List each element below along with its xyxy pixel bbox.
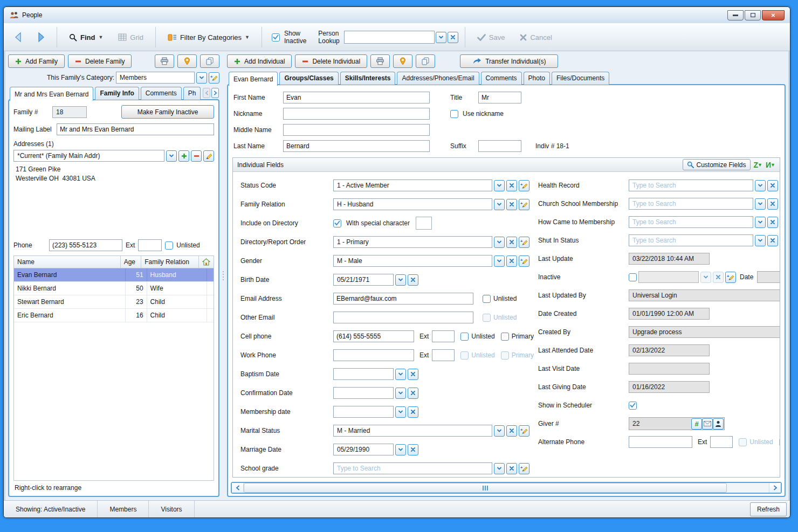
family-table-header-family-relation[interactable]: Family Relation (141, 256, 199, 268)
field-marriage-date-clear-button[interactable] (408, 444, 418, 455)
field-school-grade-clear-button[interactable] (506, 463, 517, 474)
field-inactive-edit-button[interactable]: + (725, 272, 736, 283)
scrollbar-track[interactable] (244, 483, 769, 493)
maximize-button[interactable] (745, 10, 761, 20)
family-member-row-nikki-bernard[interactable]: Nikki Bernard50Wife (14, 282, 214, 295)
field-how-came-to-membership-value[interactable]: Type to Search (629, 216, 753, 228)
map-family-button[interactable] (177, 54, 197, 68)
field-school-grade-dropdown-button[interactable] (494, 463, 505, 474)
field-birth-date-value[interactable]: 05/21/1971 (333, 274, 394, 286)
close-button[interactable]: ✕ (762, 10, 785, 20)
field-shut-in-status-clear-button[interactable] (767, 235, 778, 246)
find-button[interactable]: Find▼ (64, 30, 108, 45)
minimize-button[interactable] (727, 10, 744, 20)
field-marital-status-dropdown-button[interactable] (494, 425, 505, 437)
members-filter-segment[interactable]: Members (98, 501, 149, 517)
field-status-code-value[interactable]: 1 - Active Member (333, 179, 492, 191)
field-birth-date-dropdown-button[interactable] (395, 274, 406, 286)
family-category-dropdown-button[interactable] (196, 72, 207, 84)
field-confirmation-date-value[interactable] (333, 387, 394, 399)
individual-tab-skills-interests[interactable]: Skills/Interests (340, 72, 396, 85)
family-table-header-name[interactable]: Name (14, 256, 121, 268)
refresh-button[interactable]: Refresh (750, 502, 787, 516)
horizontal-scrollbar[interactable] (231, 482, 782, 494)
field-status-code-dropdown-button[interactable] (494, 180, 505, 191)
scroll-left-button[interactable] (232, 483, 244, 493)
field-include-on-directory-special-character-box[interactable] (416, 217, 432, 230)
field-cell-phone-input[interactable] (333, 330, 414, 342)
individual-tab-photo[interactable]: Photo (524, 72, 550, 85)
family-tab-family-info[interactable]: Family Info (95, 87, 139, 100)
field-gender-dropdown-button[interactable] (494, 255, 505, 267)
field-show-in-scheduler-checkbox[interactable] (629, 402, 637, 410)
field-how-came-to-membership-dropdown-button[interactable] (755, 217, 766, 228)
delete-individual-button[interactable]: Delete Individual (295, 54, 367, 68)
field-church-school-membership-clear-button[interactable] (767, 198, 778, 210)
family-tabs-scroll-left-button[interactable] (203, 88, 210, 98)
sort-az-icon[interactable]: И▼ (766, 161, 775, 169)
field-shut-in-status-dropdown-button[interactable] (755, 235, 766, 246)
field-status-code-clear-button[interactable] (506, 180, 517, 191)
family-table-header-age[interactable]: Age (121, 256, 142, 268)
showing-filter-segment[interactable]: Showing: Active/Inactive (4, 501, 98, 517)
family-tab-mr-and-mrs-evan-bernard[interactable]: Mr and Mrs Evan Bernard (10, 87, 93, 101)
address-selector[interactable]: *Current* (Family Main Addr) (13, 150, 164, 162)
field-status-code-edit-button[interactable]: + (519, 180, 529, 191)
field-marital-status-value[interactable]: M - Married (333, 425, 492, 437)
add-address-button[interactable] (178, 150, 189, 162)
nickname-input[interactable] (283, 108, 430, 120)
scroll-right-button[interactable] (769, 483, 781, 493)
field-giver-profile-button[interactable] (713, 418, 724, 430)
field-marriage-date-dropdown-button[interactable] (395, 444, 406, 455)
field-how-came-to-membership-clear-button[interactable] (767, 217, 778, 228)
mailing-label-input[interactable] (57, 123, 214, 135)
field-baptism-date-clear-button[interactable] (408, 369, 418, 380)
field-email-address-unlisted-checkbox[interactable] (483, 295, 491, 303)
field-directory-report-order-dropdown-button[interactable] (494, 237, 505, 248)
family-member-row-evan-bernard[interactable]: Evan Bernard51Husband (14, 268, 214, 282)
field-school-grade-edit-button[interactable]: + (519, 463, 529, 474)
field-alternate-phone-input[interactable] (629, 436, 692, 448)
family-category-edit-button[interactable]: + (209, 72, 219, 84)
field-membership-date-clear-button[interactable] (408, 406, 418, 418)
sort-za-icon[interactable]: Z▼ (754, 161, 762, 169)
transfer-individuals-button[interactable]: Transfer Individual(s) (460, 54, 558, 68)
field-marriage-date-value[interactable]: 05/29/1990 (333, 444, 394, 455)
edit-address-button[interactable] (203, 150, 214, 162)
field-confirmation-date-dropdown-button[interactable] (395, 388, 406, 399)
family-phone-unlisted-checkbox[interactable] (165, 241, 173, 250)
field-giver-lookup-button[interactable]: # (691, 418, 702, 430)
field-gender-value[interactable]: M - Male (333, 255, 492, 267)
individual-tab-files-documents[interactable]: Files/Documents (552, 72, 609, 85)
title-input[interactable] (478, 92, 521, 103)
family-member-row-eric-bernard[interactable]: Eric Bernard16Child (14, 309, 214, 322)
field-health-record-dropdown-button[interactable] (755, 180, 766, 191)
person-lookup-input[interactable] (344, 31, 435, 44)
use-nickname-checkbox[interactable] (450, 110, 458, 118)
field-shut-in-status-value[interactable]: Type to Search (629, 234, 753, 246)
family-table-header-home[interactable] (199, 256, 214, 268)
field-other-email-input[interactable] (333, 312, 473, 323)
field-family-relation-clear-button[interactable] (506, 199, 517, 210)
field-directory-report-order-clear-button[interactable] (506, 237, 517, 248)
back-button[interactable] (9, 29, 27, 45)
middle-name-input[interactable] (283, 124, 430, 136)
family-category-value[interactable]: Members (116, 72, 195, 84)
family-tab-ph[interactable]: Ph (183, 87, 201, 100)
field-baptism-date-value[interactable] (333, 368, 394, 380)
visitors-filter-segment[interactable]: Visitors (149, 501, 194, 517)
copy-family-button[interactable] (200, 54, 219, 68)
pane-splitter[interactable] (219, 54, 227, 497)
field-gender-edit-button[interactable]: + (519, 255, 529, 267)
field-giver-statement-button[interactable] (702, 418, 713, 430)
field-cell-phone-ext-input[interactable] (432, 330, 455, 342)
print-individual-button[interactable] (370, 54, 390, 68)
suffix-input[interactable] (478, 140, 521, 152)
field-directory-report-order-value[interactable]: 1 - Primary (333, 236, 492, 248)
address-dropdown-button[interactable] (166, 150, 177, 162)
field-church-school-membership-dropdown-button[interactable] (755, 198, 766, 210)
field-cell-phone-primary-checkbox[interactable] (501, 333, 509, 341)
scrollbar-thumb[interactable] (244, 483, 727, 493)
field-health-record-value[interactable]: Type to Search (629, 179, 753, 191)
filter-by-categories-button[interactable]: Filter By Categories▼ (162, 30, 255, 45)
